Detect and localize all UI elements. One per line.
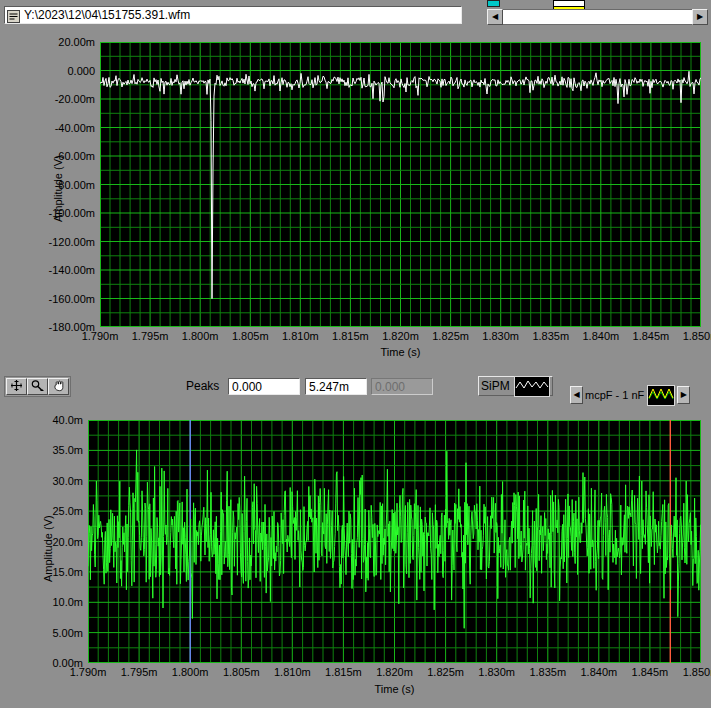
x-tick-label: 1.850m xyxy=(675,666,711,678)
y-tick-label: -140.00m xyxy=(37,264,95,276)
x-tick-label: 1.830m xyxy=(475,330,527,342)
topbar: ◀ ▶ xyxy=(0,0,711,30)
y-tick-label: 10.0m xyxy=(25,596,83,608)
x-tick-label: 1.850m xyxy=(675,330,711,342)
plot-area[interactable] xyxy=(100,42,701,327)
scrollbar-track[interactable] xyxy=(503,9,692,25)
topbar-scrollbar[interactable]: ◀ ▶ xyxy=(487,9,708,25)
left-arrow-icon: ◀ xyxy=(492,13,498,21)
scroll-right-button[interactable]: ▶ xyxy=(692,9,708,25)
x-tick-label: 1.805m xyxy=(224,330,276,342)
graph-palette xyxy=(4,376,71,397)
file-path-control[interactable] xyxy=(4,6,462,24)
waveform-graph-sipm: Amplitude (V) 20.00m0.000-20.00m-40.00m-… xyxy=(0,30,711,376)
cursor-tool-button[interactable] xyxy=(6,378,27,395)
x-tick-label: 1.815m xyxy=(324,330,376,342)
labview-front-panel: ◀ ▶ Amplitude (V) 20.00m0.000-20.00m-40.… xyxy=(0,0,711,708)
x-tick-label: 1.805m xyxy=(215,666,267,678)
legend-label: mcpF - 1 nF xyxy=(585,389,644,401)
scroll-left-button[interactable]: ◀ xyxy=(487,9,503,25)
peaks-value-field-1[interactable] xyxy=(228,378,300,395)
y-tick-label: 20.0m xyxy=(25,536,83,548)
x-tick-label: 1.810m xyxy=(274,330,326,342)
x-tick-label: 1.800m xyxy=(164,666,216,678)
legend-scroll-right-button[interactable]: ▶ xyxy=(677,386,690,404)
y-tick-label: -20.00m xyxy=(37,93,95,105)
x-axis-title: Time (s) xyxy=(100,346,701,358)
y-tick-label: -180.00m xyxy=(37,321,95,333)
y-tick-label: -80.00m xyxy=(37,179,95,191)
y-tick-label: -120.00m xyxy=(37,236,95,248)
y-tick-label: 35.0m xyxy=(25,444,83,456)
x-tick-label: 1.810m xyxy=(266,666,318,678)
file-path-input[interactable] xyxy=(22,7,461,23)
right-arrow-icon: ▶ xyxy=(681,391,687,399)
x-axis-title: Time (s) xyxy=(88,683,701,695)
x-tick-label: 1.840m xyxy=(573,666,625,678)
y-tick-label: 25.0m xyxy=(25,505,83,517)
y-tick-label: 40.0m xyxy=(25,414,83,426)
y-axis-title: Amplitude (V) xyxy=(52,155,64,222)
pan-tool-button[interactable] xyxy=(48,378,69,395)
x-tick-label: 1.835m xyxy=(522,666,574,678)
x-tick-label: 1.845m xyxy=(625,330,677,342)
x-tick-label: 1.815m xyxy=(317,666,369,678)
y-tick-label: 20.00m xyxy=(37,36,95,48)
peaks-value-field-2[interactable] xyxy=(305,378,367,395)
x-tick-label: 1.825m xyxy=(425,330,477,342)
plot-legend-sipm[interactable]: SiPM xyxy=(478,376,553,396)
magnifier-icon xyxy=(30,379,45,395)
x-tick-label: 1.820m xyxy=(375,330,427,342)
legend-scroll-left-button[interactable]: ◀ xyxy=(570,386,583,404)
x-tick-label: 1.795m xyxy=(113,666,165,678)
x-tick-label: 1.830m xyxy=(471,666,523,678)
crosshair-icon xyxy=(9,379,24,395)
right-arrow-icon: ▶ xyxy=(697,13,703,21)
y-tick-label: -160.00m xyxy=(37,293,95,305)
x-tick-label: 1.800m xyxy=(174,330,226,342)
x-tick-label: 1.790m xyxy=(74,330,126,342)
graph-toolbar: Peaks SiPM ◀ mcpF - 1 nF ▶ xyxy=(0,376,711,406)
y-tick-label: 15.0m xyxy=(25,566,83,578)
y-axis-title: Amplitude (V) xyxy=(42,515,54,582)
plot-area[interactable] xyxy=(88,420,701,663)
mcp-plot-line-icon[interactable] xyxy=(647,385,675,406)
clipped-control-fragment xyxy=(487,0,500,7)
y-tick-label: 0.00m xyxy=(25,657,83,669)
y-tick-label: -40.00m xyxy=(37,122,95,134)
plot-legend-mcp-row: ◀ mcpF - 1 nF ▶ xyxy=(570,386,690,404)
zoom-tool-button[interactable] xyxy=(27,378,48,395)
x-tick-label: 1.825m xyxy=(420,666,472,678)
y-tick-label: 0.000 xyxy=(37,65,95,77)
peaks-value-field-disabled xyxy=(371,378,433,395)
path-type-icon xyxy=(7,9,20,22)
y-tick-label: -60.00m xyxy=(37,150,95,162)
x-tick-label: 1.790m xyxy=(62,666,114,678)
plot-legend-mcp[interactable]: mcpF - 1 nF xyxy=(583,386,677,404)
peaks-label: Peaks xyxy=(186,379,219,393)
y-tick-label: -100.00m xyxy=(37,207,95,219)
y-tick-label: 5.00m xyxy=(25,627,83,639)
x-tick-label: 1.835m xyxy=(525,330,577,342)
plot-swatch-white[interactable] xyxy=(553,0,585,7)
legend-label: SiPM xyxy=(481,379,510,393)
waveform-graph-mcp: Amplitude (V) 40.0m35.0m30.0m25.0m20.0m1… xyxy=(0,406,711,708)
x-tick-label: 1.795m xyxy=(124,330,176,342)
sipm-plot-line-icon[interactable] xyxy=(514,376,550,397)
left-arrow-icon: ◀ xyxy=(573,391,579,399)
hand-icon xyxy=(51,379,66,395)
y-tick-label: 30.0m xyxy=(25,475,83,487)
x-tick-label: 1.820m xyxy=(369,666,421,678)
x-tick-label: 1.840m xyxy=(575,330,627,342)
x-tick-label: 1.845m xyxy=(624,666,676,678)
